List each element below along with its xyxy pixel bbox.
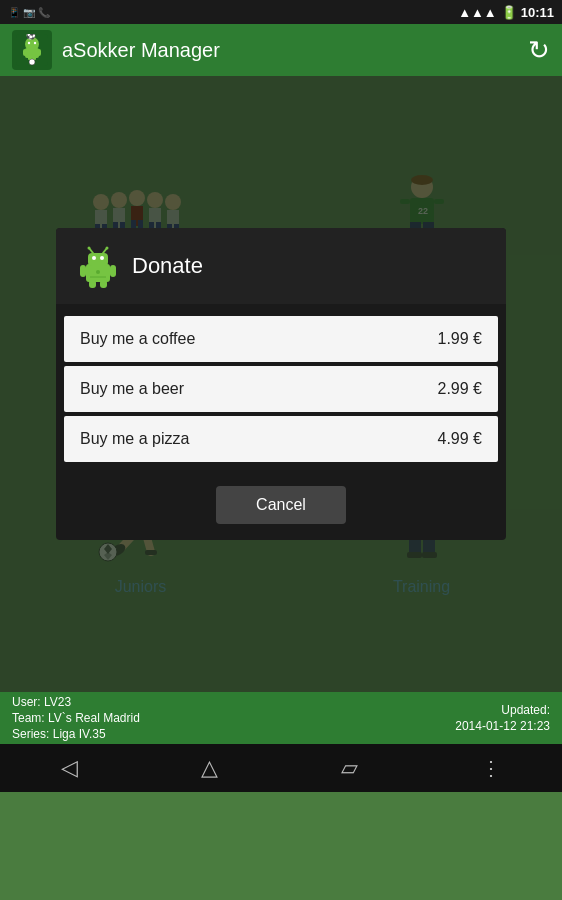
svg-point-85 — [106, 247, 109, 250]
svg-rect-86 — [80, 265, 86, 277]
cancel-button[interactable]: Cancel — [216, 486, 346, 524]
battery-icon: 🔋 — [501, 5, 517, 20]
svg-point-9 — [29, 59, 35, 65]
svg-point-81 — [100, 256, 104, 260]
bottom-status-bar: User: LV23 Team: LV`s Real Madrid Series… — [0, 692, 562, 744]
bottom-status-left: User: LV23 Team: LV`s Real Madrid Series… — [12, 695, 140, 741]
series-line: Series: Liga IV.35 — [12, 727, 140, 741]
recent-apps-button[interactable]: ▱ — [341, 755, 358, 781]
team-label: Team: — [12, 711, 45, 725]
status-bar-left: 📱 📷 📞 — [8, 7, 50, 18]
dialog-header: Donate — [56, 228, 506, 304]
menu-button[interactable]: ⋮ — [481, 756, 501, 780]
app-title: aSokker Manager — [62, 39, 220, 62]
dialog-title: Donate — [132, 253, 203, 279]
series-label: Series: — [12, 727, 49, 741]
svg-text:⚽: ⚽ — [26, 34, 36, 40]
dialog-footer: Cancel — [56, 474, 506, 540]
series-value: Liga IV.35 — [53, 727, 106, 741]
svg-rect-4 — [37, 49, 41, 56]
donate-beer-price: 2.99 € — [438, 380, 482, 398]
donate-beer-label: Buy me a beer — [80, 380, 184, 398]
app-bar-left: ⚽ aSokker Manager — [12, 30, 220, 70]
donate-coffee-label: Buy me a coffee — [80, 330, 195, 348]
wifi-icon: ▲▲▲ — [458, 5, 497, 20]
status-bar-right: ▲▲▲ 🔋 10:11 — [458, 5, 554, 20]
dialog-robot-icon — [76, 244, 120, 288]
donate-item-pizza[interactable]: Buy me a pizza 4.99 € — [64, 416, 498, 462]
svg-rect-79 — [88, 253, 108, 266]
notification-icons: 📱 📷 📞 — [8, 7, 50, 18]
svg-point-90 — [96, 270, 100, 274]
team-line: Team: LV`s Real Madrid — [12, 711, 140, 725]
main-content: Team 22 — [0, 76, 562, 692]
status-bar: 📱 📷 📞 ▲▲▲ 🔋 10:11 — [0, 0, 562, 24]
bottom-status-right: Updated: 2014-01-12 21:23 — [455, 703, 550, 733]
donate-item-coffee[interactable]: Buy me a coffee 1.99 € — [64, 316, 498, 362]
svg-rect-87 — [110, 265, 116, 277]
donate-item-beer[interactable]: Buy me a beer 2.99 € — [64, 366, 498, 412]
time-display: 10:11 — [521, 5, 554, 20]
svg-point-7 — [28, 42, 30, 44]
svg-point-80 — [92, 256, 96, 260]
donate-coffee-price: 1.99 € — [438, 330, 482, 348]
app-icon: ⚽ — [12, 30, 52, 70]
svg-rect-88 — [89, 280, 96, 288]
donate-pizza-price: 4.99 € — [438, 430, 482, 448]
donate-pizza-label: Buy me a pizza — [80, 430, 189, 448]
svg-point-8 — [34, 42, 36, 44]
dialog-overlay: Donate Buy me a coffee 1.99 € Buy me a b… — [0, 76, 562, 692]
user-value: LV23 — [44, 695, 71, 709]
svg-rect-3 — [23, 49, 27, 56]
svg-point-84 — [88, 247, 91, 250]
home-button[interactable]: △ — [201, 755, 218, 781]
nav-bar: ◁ △ ▱ ⋮ — [0, 744, 562, 792]
user-line: User: LV23 — [12, 695, 140, 709]
svg-rect-89 — [100, 280, 107, 288]
donate-dialog: Donate Buy me a coffee 1.99 € Buy me a b… — [56, 228, 506, 540]
updated-label: Updated: — [501, 703, 550, 717]
dialog-body: Buy me a coffee 1.99 € Buy me a beer 2.9… — [56, 304, 506, 474]
updated-value: 2014-01-12 21:23 — [455, 719, 550, 733]
team-value: LV`s Real Madrid — [48, 711, 140, 725]
back-button[interactable]: ◁ — [61, 755, 78, 781]
user-label: User: — [12, 695, 41, 709]
refresh-button[interactable]: ↻ — [528, 35, 550, 66]
app-bar: ⚽ aSokker Manager ↻ — [0, 24, 562, 76]
